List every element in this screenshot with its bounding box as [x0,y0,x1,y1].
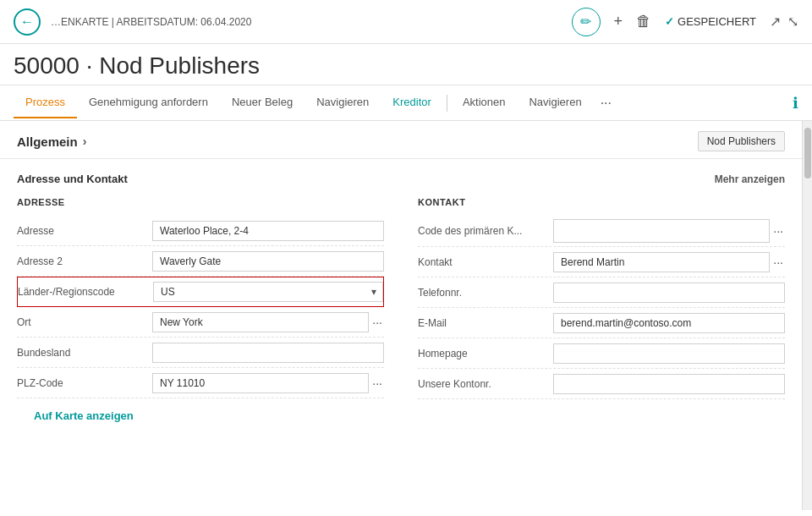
adresse-field-row: Adresse [17,216,384,246]
kontakt-column: KONTAKT Code des primären K... ··· Konta… [418,197,785,399]
tab-prozess[interactable]: Prozess [14,87,77,118]
unsere-label: Unsere Kontonr. [418,378,553,390]
plz-input[interactable] [152,373,369,393]
plz-value: ··· [152,373,384,393]
adresse-value [152,221,384,241]
bundesland-input[interactable] [152,343,384,363]
homepage-value [553,343,785,364]
email-field-row: E-Mail [418,308,785,338]
code-primaer-dots[interactable]: ··· [771,224,785,238]
adresse-label: Adresse [17,225,152,237]
plz-label: PLZ-Code [17,377,152,389]
adresse2-field-row: Adresse 2 [17,246,384,277]
telefon-value [553,283,785,303]
saved-status: ✓ GESPEICHERT [665,15,756,28]
kontakt-input-group: ··· [553,252,785,272]
kontakt-input[interactable] [553,252,770,272]
bundesland-value [152,343,384,363]
ort-dots-button[interactable]: ··· [370,316,384,329]
tab-navigieren-2[interactable]: Navigieren [517,87,593,118]
unsere-value [553,374,785,394]
scroll-thumb[interactable] [804,128,811,178]
plz-dots-button[interactable]: ··· [370,376,384,390]
laender-label: Länder-/Regionscode [18,286,153,298]
main-content: Allgemein › Nod Publishers Adresse und K… [0,121,812,510]
laender-select[interactable]: US DE GB [153,282,383,302]
code-primaer-label: Code des primären K... [418,225,553,237]
address-section-title: Adresse und Kontakt Mehr anzeigen [17,173,785,185]
code-primaer-value: ··· [553,219,785,243]
email-value [553,313,785,333]
nod-publishers-button[interactable]: Nod Publishers [698,131,785,151]
section-title-text: Allgemein [17,134,78,149]
bundesland-field-row: Bundesland [17,338,384,368]
back-button[interactable]: ← [14,8,41,36]
address-section-label: Adresse und Kontakt [17,173,128,185]
add-button[interactable]: + [614,13,623,30]
laender-field-row: Länder-/Regionscode US DE GB [17,277,384,307]
page-title: 50000 · Nod Publishers [14,52,798,80]
laender-select-wrapper: US DE GB [153,282,383,302]
chevron-right-icon: › [83,134,87,148]
ort-field-row: Ort ··· [17,307,384,338]
adresse-input[interactable] [152,221,384,241]
code-primaer-group: ··· [553,219,785,243]
kontakt-value-field: ··· [553,252,785,272]
bundesland-label: Bundesland [17,347,152,359]
kontakt-dots[interactable]: ··· [771,255,785,269]
ort-input[interactable] [152,312,369,332]
kontakt-label: Kontakt [418,256,553,268]
delete-button[interactable]: 🗑 [636,13,651,30]
nav-tabs: Prozess Genehmigung anfordern Neuer Bele… [0,85,812,121]
code-primaer-input[interactable] [553,219,770,243]
section-header: Allgemein › Nod Publishers [0,121,802,159]
map-link[interactable]: Auf Karte anzeigen [17,399,151,432]
title-bar: 50000 · Nod Publishers [0,44,812,85]
adresse2-input[interactable] [152,251,384,272]
telefon-label: Telefonnr. [418,287,553,299]
nav-more-button[interactable]: ··· [594,96,618,111]
external-link-icon[interactable]: ↗ [770,14,781,30]
ort-label: Ort [17,316,152,328]
tab-neuer-beleg[interactable]: Neuer Beleg [220,87,304,118]
info-icon[interactable]: ℹ [793,94,798,113]
ort-input-group: ··· [152,312,384,332]
adresse2-label: Adresse 2 [17,255,152,267]
tab-aktionen[interactable]: Aktionen [451,87,518,118]
homepage-input[interactable] [553,343,785,364]
email-label: E-Mail [418,317,553,329]
address-section: Adresse und Kontakt Mehr anzeigen ADRESS… [0,159,802,446]
unsere-input[interactable] [553,374,785,394]
top-bar: ← …ENKARTE | ARBEITSDATUM: 06.04.2020 ✏ … [0,0,812,44]
telefon-field-row: Telefonnr. [418,277,785,308]
laender-value: US DE GB [153,282,383,302]
tab-kreditor[interactable]: Kreditor [381,87,443,118]
code-primaer-field-row: Code des primären K... ··· [418,216,785,247]
check-icon: ✓ [665,15,674,28]
homepage-field-row: Homepage [418,338,785,369]
telefon-input[interactable] [553,283,785,303]
top-actions: ✏ + 🗑 ✓ GESPEICHERT ↗ ⤡ [572,8,798,36]
adresse-sub-label: ADRESSE [17,197,384,207]
form-grid: ADRESSE Adresse Adresse 2 [17,197,785,399]
ort-value: ··· [152,312,384,332]
kontakt-sub-label: KONTAKT [418,197,785,207]
section-title: Allgemein › [17,134,86,149]
kontakt-field-row: Kontakt ··· [418,247,785,277]
homepage-label: Homepage [418,348,553,360]
content-area: Allgemein › Nod Publishers Adresse und K… [0,121,802,510]
tab-genehmigung[interactable]: Genehmigung anfordern [77,87,220,118]
mehr-anzeigen-link[interactable]: Mehr anzeigen [715,173,785,185]
breadcrumb: …ENKARTE | ARBEITSDATUM: 06.04.2020 [51,16,251,28]
adresse-column: ADRESSE Adresse Adresse 2 [17,197,384,399]
nav-divider [447,95,447,112]
adresse2-value [152,251,384,272]
tab-navigieren[interactable]: Navigieren [304,87,381,118]
scrollbar[interactable] [802,121,812,510]
edit-button[interactable]: ✏ [572,8,601,36]
email-input[interactable] [553,313,785,333]
plz-field-row: PLZ-Code ··· [17,368,384,398]
saved-label: GESPEICHERT [678,15,756,28]
unsere-field-row: Unsere Kontonr. [418,369,785,399]
expand-icon[interactable]: ⤡ [787,14,798,30]
